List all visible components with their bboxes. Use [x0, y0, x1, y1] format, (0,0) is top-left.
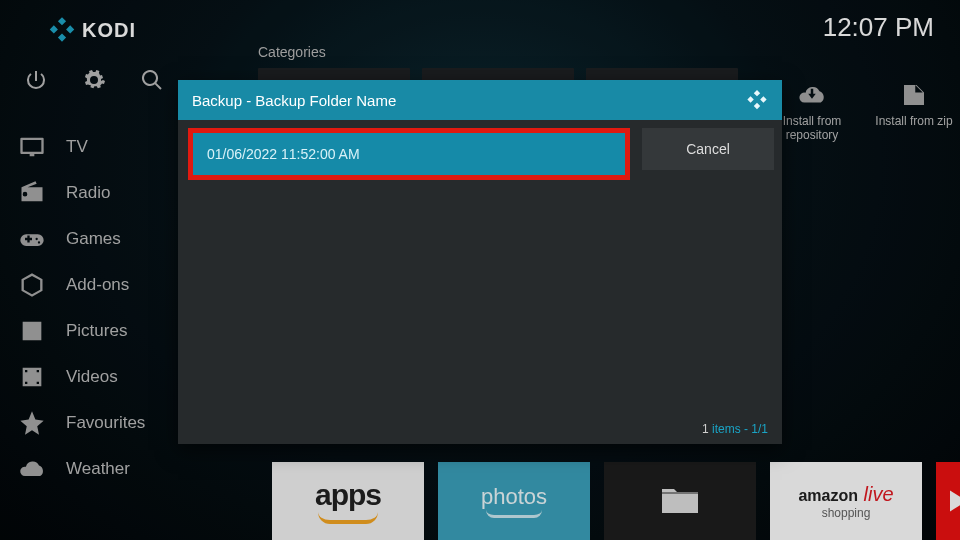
dialog-header: Backup - Backup Folder Name — [178, 80, 782, 120]
tile-apps[interactable]: apps — [272, 462, 424, 540]
sidebar-item-label: Add-ons — [66, 275, 129, 295]
tv-icon — [18, 136, 46, 158]
backup-folder-label: 01/06/2022 11:52:00 AM — [207, 146, 360, 162]
clock: 12:07 PM — [823, 12, 934, 43]
sidebar-item-weather[interactable]: Weather — [8, 446, 176, 492]
star-icon — [18, 412, 46, 434]
play-icon — [936, 483, 960, 519]
kodi-logo-icon — [746, 89, 768, 111]
sidebar-item-addons[interactable]: Add-ons — [8, 262, 176, 308]
dialog-title: Backup - Backup Folder Name — [192, 92, 396, 109]
box-icon — [18, 274, 46, 296]
amazon-shopping-label: shopping — [822, 506, 871, 520]
amazon-label: amazon — [798, 487, 858, 504]
tile-amazon-live[interactable]: amazon live shopping — [770, 462, 922, 540]
cancel-button[interactable]: Cancel — [642, 128, 774, 170]
selected-highlight: 01/06/2022 11:52:00 AM — [188, 128, 630, 180]
sidebar-item-label: TV — [66, 137, 88, 157]
kodi-logo-icon — [48, 16, 76, 44]
dialog-list: 01/06/2022 11:52:00 AM — [188, 128, 630, 180]
backup-dialog: Backup - Backup Folder Name 01/06/2022 1… — [178, 80, 782, 444]
sidebar-item-pictures[interactable]: Pictures — [8, 308, 176, 354]
sidebar-item-favourites[interactable]: Favourites — [8, 400, 176, 446]
dialog-body: 01/06/2022 11:52:00 AM Cancel — [178, 120, 782, 180]
cancel-button-label: Cancel — [686, 141, 730, 157]
photos-label: photos — [481, 484, 547, 510]
folder-icon — [644, 477, 716, 525]
sidebar-item-label: Games — [66, 229, 121, 249]
footer-page: 1/1 — [751, 422, 768, 436]
tile-youtube[interactable] — [936, 462, 960, 540]
sidebar-item-radio[interactable]: Radio — [8, 170, 176, 216]
sidebar: TV Radio Games Add-ons Pictures Videos F… — [8, 68, 176, 492]
apps-label: apps — [315, 478, 381, 512]
film-icon — [18, 366, 46, 388]
install-tile-label: Install from zip — [875, 114, 952, 128]
tile-folder[interactable] — [604, 462, 756, 540]
nav: TV Radio Games Add-ons Pictures Videos F… — [8, 124, 176, 492]
search-icon[interactable] — [140, 68, 164, 92]
picture-icon — [18, 320, 46, 342]
sidebar-item-label: Pictures — [66, 321, 127, 341]
tile-photos[interactable]: photos — [438, 462, 590, 540]
install-from-repository-tile[interactable]: Install from repository — [770, 80, 854, 142]
brand-text: KODI — [82, 19, 136, 42]
sidebar-item-games[interactable]: Games — [8, 216, 176, 262]
cloud-download-icon — [792, 80, 832, 110]
sidebar-top-icons — [8, 68, 176, 92]
sidebar-item-label: Radio — [66, 183, 110, 203]
footer-count: 1 — [702, 422, 709, 436]
dialog-buttons: Cancel — [642, 128, 774, 180]
install-tile-label: Install from repository — [783, 114, 842, 142]
amazon-swoosh-icon — [486, 510, 542, 518]
amazon-swoosh-icon — [318, 512, 378, 524]
sidebar-item-tv[interactable]: TV — [8, 124, 176, 170]
bottom-app-tiles: apps photos amazon live shopping — [272, 462, 960, 540]
power-icon[interactable] — [24, 68, 48, 92]
sidebar-item-label: Weather — [66, 459, 130, 479]
gamepad-icon — [18, 228, 46, 250]
categories-label: Categories — [258, 44, 326, 60]
cloud-icon — [18, 458, 46, 480]
footer-middle: items - — [709, 422, 752, 436]
radio-icon — [18, 182, 46, 204]
gear-icon[interactable] — [82, 68, 106, 92]
amazon-live-label: live — [858, 483, 894, 505]
backup-folder-row[interactable]: 01/06/2022 11:52:00 AM — [193, 133, 625, 175]
sidebar-item-label: Favourites — [66, 413, 145, 433]
dialog-footer: 1 items - 1/1 — [702, 422, 768, 436]
sidebar-item-videos[interactable]: Videos — [8, 354, 176, 400]
kodi-logo: KODI — [48, 16, 136, 44]
zip-icon — [894, 80, 934, 110]
install-from-zip-tile[interactable]: Install from zip — [872, 80, 956, 128]
sidebar-item-label: Videos — [66, 367, 118, 387]
